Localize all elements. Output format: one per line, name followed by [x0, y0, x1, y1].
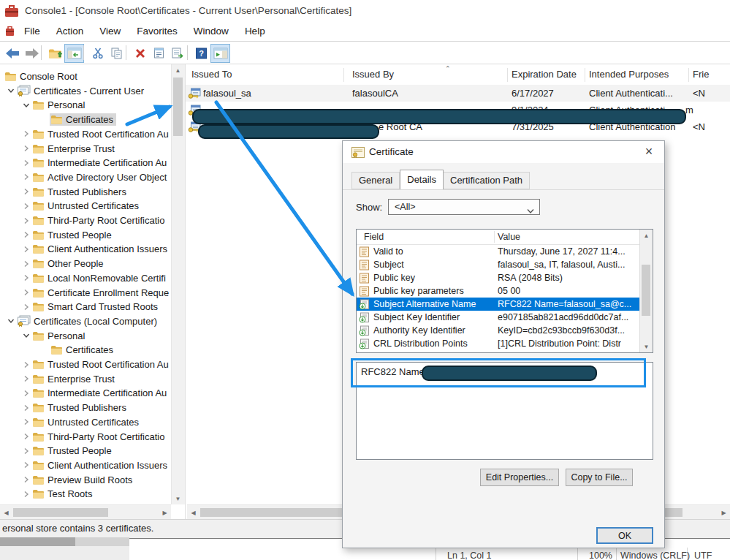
- menu-favorites[interactable]: Favorites: [129, 22, 186, 40]
- field-row-valid-to[interactable]: Valid toThursday, June 17, 2027 11:4...: [357, 245, 640, 258]
- chevron-right-icon[interactable]: [21, 303, 31, 311]
- chevron-right-icon[interactable]: [21, 274, 31, 281]
- tree-item-untrusted-certificates[interactable]: Untrusted Certificates: [0, 415, 186, 429]
- tree-item-local-nonremovable-certifi[interactable]: Local NonRemovable Certifi: [0, 271, 186, 285]
- close-icon[interactable]: ×: [634, 141, 664, 163]
- column-header-frie[interactable]: Frie: [693, 64, 709, 85]
- field-scroll-thumb[interactable]: [642, 265, 650, 316]
- tree-item-certificates[interactable]: Certificates: [0, 343, 186, 357]
- tree-item-certificates[interactable]: Certificates: [0, 113, 186, 126]
- ok-button[interactable]: OK: [596, 527, 653, 544]
- chevron-right-icon[interactable]: [21, 246, 31, 253]
- field-list-scrollbar[interactable]: ▲ ▼: [639, 230, 653, 352]
- column-divider[interactable]: [507, 68, 508, 82]
- field-row-subject[interactable]: Subjectfalasoul_sa, IT, falasoul, Austi.…: [357, 258, 640, 271]
- tab-general[interactable]: General: [351, 172, 400, 189]
- column-header-issued-to[interactable]: Issued To: [191, 64, 232, 85]
- scroll-right-icon[interactable]: ▶: [718, 507, 730, 518]
- show-console-tree-icon[interactable]: [64, 44, 84, 63]
- tree-item-test-roots[interactable]: Test Roots: [0, 487, 186, 501]
- tree-item-certificate-enrollment-reque[interactable]: Certificate Enrollment Reque: [0, 286, 186, 300]
- tree-item-client-authentication-issuers[interactable]: Client Authentication Issuers: [0, 242, 186, 256]
- tree-item-client-authentication-issuers[interactable]: Client Authentication Issuers: [0, 458, 186, 472]
- chevron-right-icon[interactable]: [21, 231, 31, 238]
- back-arrow-icon[interactable]: [3, 44, 23, 63]
- scroll-down-icon[interactable]: ▼: [172, 493, 184, 504]
- chevron-right-icon[interactable]: [21, 447, 31, 455]
- chevron-right-icon[interactable]: [21, 159, 31, 167]
- menu-window[interactable]: Window: [186, 22, 237, 40]
- tree-item-trusted-people[interactable]: Trusted People: [0, 444, 186, 458]
- tree-item-trusted-publishers[interactable]: Trusted Publishers: [0, 185, 186, 199]
- tab-certification-path[interactable]: Certification Path: [444, 172, 530, 189]
- tree-item-intermediate-certification-au[interactable]: Intermediate Certification Au: [0, 156, 186, 170]
- chevron-down-icon[interactable]: [6, 317, 16, 325]
- column-header-issued-by[interactable]: Issued By: [352, 64, 394, 85]
- column-divider[interactable]: [343, 68, 344, 82]
- edit-properties-button[interactable]: Edit Properties...: [480, 469, 559, 486]
- chevron-right-icon[interactable]: [21, 289, 31, 296]
- column-divider[interactable]: [688, 68, 689, 82]
- tree-item-smart-card-trusted-roots[interactable]: Smart Card Trusted Roots: [0, 300, 186, 314]
- chevron-right-icon[interactable]: [21, 433, 31, 440]
- field-row-authority-key-identifier[interactable]: Authority Key IdentifierKeyID=cbd2c93bcc…: [357, 324, 640, 337]
- folder-up-icon[interactable]: [45, 44, 65, 63]
- tree-item-third-party-root-certificatio[interactable]: Third-Party Root Certificatio: [0, 430, 186, 444]
- menu-file[interactable]: File: [16, 22, 48, 40]
- tree-item-trusted-publishers[interactable]: Trusted Publishers: [0, 401, 186, 415]
- tree-vertical-scrollbar[interactable]: ▲ ▼: [171, 64, 185, 504]
- tree-hscroll-thumb[interactable]: [13, 508, 108, 517]
- column-header-expiration-date[interactable]: Expiration Date: [512, 64, 577, 85]
- chevron-right-icon[interactable]: [21, 188, 31, 195]
- tree-item-preview-build-roots[interactable]: Preview Build Roots: [0, 473, 186, 487]
- chevron-right-icon[interactable]: [21, 375, 31, 382]
- help-icon[interactable]: ?: [191, 44, 211, 63]
- show-action-pane-icon[interactable]: [210, 44, 230, 63]
- chevron-down-icon[interactable]: [21, 332, 31, 339]
- column-divider[interactable]: [585, 68, 585, 82]
- chevron-right-icon[interactable]: [21, 404, 31, 412]
- tree-item-trusted-people[interactable]: Trusted People: [0, 228, 186, 242]
- scroll-left-icon[interactable]: ◀: [187, 507, 199, 518]
- menu-help[interactable]: Help: [237, 22, 273, 40]
- field-row-subject-key-identifier[interactable]: Subject Key Identifiere907185ab821acd96d…: [357, 311, 640, 324]
- chevron-right-icon[interactable]: [21, 260, 31, 268]
- chevron-right-icon[interactable]: [21, 361, 31, 368]
- chevron-right-icon[interactable]: [21, 145, 31, 152]
- tree-item-console-root[interactable]: Console Root: [0, 69, 173, 83]
- tree-item-personal[interactable]: Personal: [0, 329, 186, 343]
- field-row-crl-distribution-points[interactable]: CRL Distribution Points[1]CRL Distributi…: [357, 337, 640, 350]
- delete-icon[interactable]: [130, 44, 150, 63]
- tree-item-trusted-root-certification-au[interactable]: Trusted Root Certification Au: [0, 127, 186, 141]
- properties-icon[interactable]: [149, 44, 169, 63]
- scroll-down-icon[interactable]: ▼: [640, 341, 653, 352]
- chevron-right-icon[interactable]: [21, 130, 31, 137]
- scroll-up-icon[interactable]: ▲: [172, 64, 184, 76]
- scroll-right-icon[interactable]: ▶: [159, 507, 171, 518]
- chevron-right-icon[interactable]: [21, 418, 31, 425]
- column-header-intended-purposes[interactable]: Intended Purposes: [589, 64, 669, 85]
- chevron-right-icon[interactable]: [21, 461, 31, 469]
- tree-item-intermediate-certification-au[interactable]: Intermediate Certification Au: [0, 386, 186, 400]
- chevron-right-icon[interactable]: [21, 491, 31, 498]
- chevron-down-icon[interactable]: [21, 102, 31, 109]
- tree-item-certificates-local-computer[interactable]: Certificates (Local Computer): [0, 314, 175, 328]
- tree-item-trusted-root-certification-au[interactable]: Trusted Root Certification Au: [0, 357, 186, 371]
- menu-view[interactable]: View: [91, 22, 129, 40]
- tree-item-other-people[interactable]: Other People: [0, 257, 186, 270]
- chevron-right-icon[interactable]: [21, 203, 31, 210]
- cut-icon[interactable]: [88, 44, 107, 63]
- forward-arrow-icon[interactable]: [22, 44, 42, 63]
- tree-item-untrusted-certificates[interactable]: Untrusted Certificates: [0, 199, 186, 213]
- chevron-down-icon[interactable]: [6, 87, 16, 94]
- tree-item-certificates-current-user[interactable]: Certificates - Current User: [0, 84, 175, 98]
- tree-vscroll-thumb[interactable]: [173, 77, 183, 136]
- tab-details[interactable]: Details: [400, 170, 444, 189]
- copy-to-file-button[interactable]: Copy to File...: [566, 469, 633, 486]
- export-list-icon[interactable]: [168, 44, 188, 63]
- scroll-left-icon[interactable]: ◀: [0, 507, 12, 518]
- tree-item-active-directory-user-object[interactable]: Active Directory User Object: [0, 170, 186, 184]
- menu-action[interactable]: Action: [48, 22, 92, 40]
- tree-item-enterprise-trust[interactable]: Enterprise Trust: [0, 142, 186, 156]
- field-row-subject-alternative-name[interactable]: Subject Alternative NameRFC822 Name=fala…: [357, 298, 640, 311]
